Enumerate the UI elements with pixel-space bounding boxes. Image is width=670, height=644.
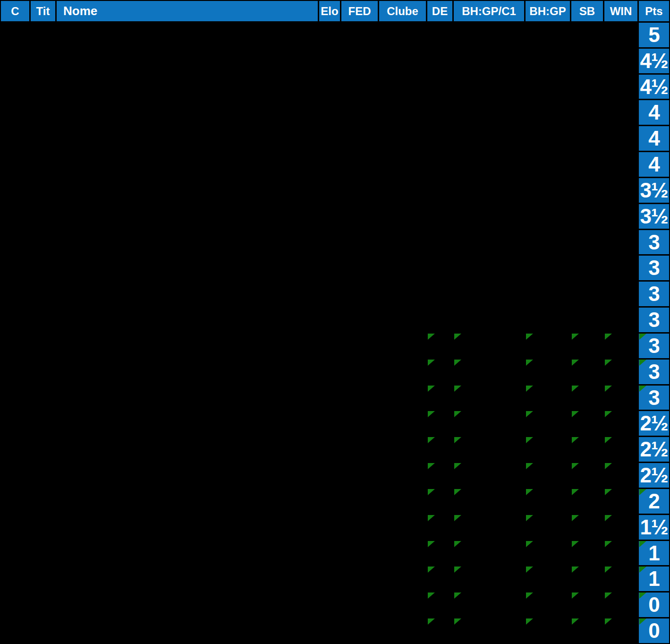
body-cell[interactable] — [571, 592, 603, 617]
body-cell[interactable] — [604, 618, 637, 643]
body-cell[interactable] — [427, 411, 452, 436]
body-cell[interactable] — [526, 592, 570, 617]
pts-cell[interactable]: 2 — [639, 489, 669, 514]
body-cell[interactable] — [604, 411, 637, 436]
pts-value: 1 — [648, 543, 659, 564]
pts-cell[interactable]: 2½ — [639, 437, 669, 462]
pts-cell[interactable]: 4 — [639, 152, 669, 177]
header-cell-elo[interactable]: Elo — [319, 1, 340, 21]
body-cell[interactable] — [571, 334, 603, 358]
green-corner-marker-icon — [526, 592, 533, 599]
pts-cell[interactable]: 4 — [639, 126, 669, 151]
body-cell[interactable] — [454, 541, 524, 566]
pts-cell[interactable]: 5 — [639, 23, 669, 47]
green-corner-marker-icon — [572, 541, 579, 547]
body-cell[interactable] — [454, 334, 524, 358]
pts-cell[interactable]: 3 — [639, 360, 669, 384]
body-cell[interactable] — [571, 386, 603, 410]
pts-cell[interactable]: 1½ — [639, 515, 669, 540]
body-cell[interactable] — [571, 515, 603, 540]
body-cell[interactable] — [427, 334, 452, 358]
header-cell-bhgpc1[interactable]: BH:GP/C1 — [454, 1, 524, 21]
pts-cell[interactable]: 4 — [639, 100, 669, 125]
body-cell[interactable] — [454, 437, 524, 462]
body-cell[interactable] — [571, 437, 603, 462]
header-cell-tit[interactable]: Tit — [31, 1, 55, 21]
pts-cell[interactable]: 3½ — [639, 204, 669, 229]
pts-cell[interactable]: 0 — [639, 618, 669, 643]
body-cell[interactable] — [526, 411, 570, 436]
pts-cell[interactable]: 1 — [639, 541, 669, 566]
pts-cell[interactable]: 4½ — [639, 75, 669, 99]
body-cell[interactable] — [526, 334, 570, 358]
body-cell[interactable] — [427, 386, 452, 410]
body-cell[interactable] — [571, 360, 603, 384]
pts-cell[interactable]: 1 — [639, 567, 669, 591]
body-cell[interactable] — [427, 360, 452, 384]
body-cell[interactable] — [427, 437, 452, 462]
body-cell[interactable] — [526, 463, 570, 488]
header-cell-nome[interactable]: Nome — [57, 1, 318, 21]
body-cell[interactable] — [454, 463, 524, 488]
body-cell[interactable] — [604, 489, 637, 514]
body-cell[interactable] — [526, 515, 570, 540]
body-cell[interactable] — [526, 567, 570, 591]
header-cell-fed[interactable]: FED — [341, 1, 378, 21]
body-cell[interactable] — [526, 618, 570, 643]
header-cell-c[interactable]: C — [1, 1, 29, 21]
body-cell[interactable] — [571, 489, 603, 514]
pts-cell[interactable]: 3 — [639, 282, 669, 306]
pts-cell[interactable]: 3 — [639, 308, 669, 332]
pts-cell[interactable]: 3½ — [639, 178, 669, 203]
header-cell-sb[interactable]: SB — [571, 1, 603, 21]
body-cell[interactable] — [571, 567, 603, 591]
body-cell[interactable] — [454, 515, 524, 540]
pts-cell[interactable]: 3 — [639, 230, 669, 255]
body-cell[interactable] — [571, 541, 603, 566]
body-cell[interactable] — [427, 463, 452, 488]
body-cell[interactable] — [571, 463, 603, 488]
body-cell[interactable] — [604, 334, 637, 358]
header-cell-pts[interactable]: Pts — [639, 1, 669, 21]
body-cell[interactable] — [604, 515, 637, 540]
body-cell[interactable] — [454, 411, 524, 436]
body-cell[interactable] — [604, 437, 637, 462]
body-cell[interactable] — [526, 360, 570, 384]
body-cell[interactable] — [454, 386, 524, 410]
body-cell[interactable] — [427, 567, 452, 591]
pts-cell[interactable]: 0 — [639, 592, 669, 617]
header-cell-de[interactable]: DE — [427, 1, 452, 21]
body-cell[interactable] — [427, 541, 452, 566]
body-cell[interactable] — [604, 592, 637, 617]
body-cell[interactable] — [526, 386, 570, 410]
body-cell[interactable] — [454, 618, 524, 643]
body-cell[interactable] — [604, 541, 637, 566]
body-cell[interactable] — [604, 360, 637, 384]
header-cell-win[interactable]: WIN — [604, 1, 637, 21]
pts-cell[interactable]: 3 — [639, 256, 669, 280]
body-cell[interactable] — [526, 489, 570, 514]
body-cell[interactable] — [604, 567, 637, 591]
pts-cell[interactable]: 2½ — [639, 411, 669, 436]
pts-cell[interactable]: 3 — [639, 334, 669, 358]
body-cell[interactable] — [604, 463, 637, 488]
body-cell[interactable] — [571, 411, 603, 436]
pts-cell[interactable]: 4½ — [639, 49, 669, 73]
pts-cell[interactable]: 3 — [639, 386, 669, 410]
body-cell[interactable] — [427, 618, 452, 643]
header-cell-clube[interactable]: Clube — [379, 1, 426, 21]
pts-cell[interactable]: 2½ — [639, 463, 669, 488]
body-cell[interactable] — [454, 567, 524, 591]
body-cell[interactable] — [454, 592, 524, 617]
body-cell[interactable] — [604, 386, 637, 410]
body-cell[interactable] — [427, 489, 452, 514]
body-cell[interactable] — [427, 515, 452, 540]
header-cell-bhgp[interactable]: BH:GP — [526, 1, 570, 21]
body-cell[interactable] — [526, 541, 570, 566]
body-cell[interactable] — [454, 360, 524, 384]
body-cell[interactable] — [526, 437, 570, 462]
body-cell[interactable] — [427, 592, 452, 617]
body-cell[interactable] — [571, 618, 603, 643]
body-cell[interactable] — [454, 489, 524, 514]
green-corner-marker-icon — [454, 437, 461, 443]
